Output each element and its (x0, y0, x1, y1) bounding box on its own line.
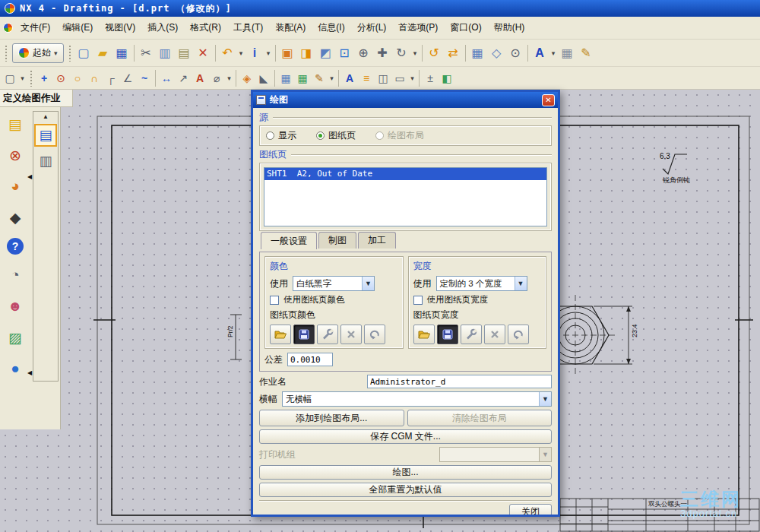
margins-icon[interactable]: ▭ (391, 70, 408, 87)
source-radio-option[interactable]: 显示 (266, 129, 296, 142)
banner-combo[interactable]: 无横幅 ▼ (282, 391, 552, 407)
color-delete-settings-button[interactable] (340, 325, 362, 344)
dropdown-arrow-icon[interactable]: ▾ (549, 44, 558, 62)
sheet-list-item[interactable]: SHT1 A2, Out of Date (264, 168, 546, 180)
open-folder-icon[interactable]: ▰ (93, 43, 112, 62)
display-mode-icon[interactable]: ◨ (297, 43, 316, 62)
history-icon[interactable]: ◔ (5, 264, 26, 286)
menu-item[interactable]: 格式(R) (184, 18, 227, 37)
rotate-view-icon[interactable]: ↻ (392, 43, 411, 62)
tolerance-icon[interactable]: ± (422, 70, 439, 87)
start-menu-button[interactable]: 起始▾ (12, 43, 64, 63)
toolbar-grip[interactable] (68, 45, 71, 62)
menu-item[interactable]: 分析(L) (351, 18, 393, 37)
width-edit-settings-button[interactable] (461, 325, 482, 344)
color-use-combo[interactable]: 白纸黑字 ▼ (293, 276, 375, 291)
add-to-plot-layout-button[interactable]: 添加到绘图布局... (259, 410, 404, 426)
reset-all-defaults-button[interactable]: 全部重置为默认值 (259, 483, 552, 497)
menu-item[interactable]: 信息(I) (312, 18, 350, 37)
assembly-navigator-icon[interactable]: ⊗ (5, 144, 26, 166)
edit-table-icon[interactable]: ✎ (311, 70, 328, 87)
spline-icon[interactable]: ~ (136, 70, 153, 87)
zoom-icon[interactable]: ⊕ (354, 43, 373, 62)
job-name-input[interactable] (367, 375, 552, 388)
close-icon[interactable]: ✕ (542, 94, 555, 106)
align-icon[interactable]: ≡ (358, 70, 375, 87)
menu-item[interactable]: 插入(S) (141, 18, 184, 37)
training-icon[interactable]: ◆ (5, 207, 26, 228)
parts-list-icon[interactable]: ▦ (294, 70, 311, 87)
show-hide-icon[interactable]: ◩ (316, 43, 335, 62)
new-file-icon[interactable]: ▢ (74, 43, 93, 62)
paste-icon[interactable]: ▤ (175, 43, 194, 62)
menu-item[interactable]: 工具(T) (227, 18, 269, 37)
info-cursor-icon[interactable]: i (245, 43, 264, 62)
source-radio-option[interactable]: 图纸页 (316, 129, 356, 142)
width-save-settings-button[interactable] (437, 325, 458, 344)
close-button[interactable]: 关闭 (509, 504, 552, 515)
point-icon[interactable]: ⊙ (52, 70, 69, 87)
scroll-up-button[interactable]: ▲ (43, 113, 49, 121)
tab-0[interactable]: 一般设置 (261, 232, 317, 249)
diameter-symbol-icon[interactable]: ⌀ (208, 70, 225, 87)
dropdown-arrow-icon[interactable]: ▾ (237, 44, 245, 62)
menu-item[interactable]: 窗口(O) (444, 18, 487, 37)
delete-icon[interactable]: ✕ (194, 43, 213, 62)
menu-item[interactable]: 编辑(E) (56, 18, 99, 37)
menu-item[interactable]: 帮助(H) (488, 18, 531, 37)
roles-icon[interactable]: ▤ (5, 113, 26, 135)
plot-dialog-titlebar[interactable]: 绘图 ✕ (253, 92, 558, 108)
arc-icon[interactable]: ∩ (86, 70, 103, 87)
dropdown-arrow-icon[interactable]: ▾ (408, 69, 416, 87)
refresh-icon[interactable]: ↺ (425, 43, 444, 62)
text-tool-icon[interactable]: A (530, 43, 549, 62)
chamfer-icon[interactable]: ∠ (119, 70, 136, 87)
palette-icon[interactable]: ▨ (5, 327, 26, 348)
leader-icon[interactable]: ↗ (175, 70, 192, 87)
color-reset-settings-button[interactable] (364, 325, 385, 344)
window-layout-icon[interactable]: ▣ (278, 43, 297, 62)
weld-symbol-icon[interactable]: ◣ (255, 70, 272, 87)
width-open-settings-button[interactable] (413, 325, 435, 344)
collapse-left-button-2[interactable]: ◀ (27, 369, 32, 376)
layer-icon[interactable]: ◧ (439, 70, 455, 87)
use-sheet-color-checkbox[interactable] (270, 296, 279, 305)
sketch-icon[interactable]: ✎ (577, 43, 596, 62)
save-icon[interactable]: ▦ (112, 43, 131, 62)
pan-icon[interactable]: ✚ (373, 43, 392, 62)
plot-button[interactable]: 绘图... (259, 465, 552, 480)
circle-icon[interactable]: ○ (69, 70, 86, 87)
sheet-new-icon[interactable]: ▢ (2, 70, 18, 87)
update-display-icon[interactable]: ⇄ (444, 43, 463, 62)
snap-grid-icon[interactable]: ▦ (468, 43, 487, 62)
sheet-list[interactable]: SHT1 A2, Out of Date (264, 167, 547, 226)
cut-icon[interactable]: ✂ (137, 43, 156, 62)
menu-item[interactable]: 装配(A) (269, 18, 312, 37)
frame-icon[interactable]: ◫ (375, 70, 391, 87)
width-use-combo[interactable]: 定制的 3 个宽度 ▼ (436, 276, 527, 291)
help-icon[interactable]: ? (7, 238, 24, 255)
menu-item[interactable]: 文件(F) (14, 18, 56, 37)
tolerance-input[interactable] (287, 353, 333, 366)
use-sheet-width-checkbox[interactable] (413, 296, 423, 305)
point-snap-icon[interactable]: ⊙ (506, 43, 525, 62)
dimension-icon[interactable]: ↔ (158, 70, 175, 87)
color-edit-settings-button[interactable] (317, 325, 338, 344)
radio-button-icon[interactable] (266, 131, 274, 140)
chevron-down-icon[interactable]: ▼ (539, 392, 551, 406)
part-navigator-icon[interactable]: ◕ (5, 176, 26, 197)
tab-1[interactable]: 制图 (318, 232, 356, 249)
profile-icon[interactable]: ┌ (103, 70, 119, 87)
plot-queue-icon[interactable]: ▥ (34, 150, 57, 173)
color-save-settings-button[interactable] (293, 325, 315, 344)
toolbar-grip[interactable] (5, 45, 8, 62)
menu-item[interactable]: 首选项(P) (392, 18, 444, 37)
tab-2[interactable]: 加工 (358, 232, 396, 249)
save-cgm-file-button[interactable]: 保存 CGM 文件... (259, 429, 552, 444)
copy-icon[interactable]: ▥ (156, 43, 175, 62)
zoom-window-icon[interactable]: ⊡ (335, 43, 354, 62)
dropdown-arrow-icon[interactable]: ▾ (264, 44, 273, 62)
datum-icon[interactable]: + (36, 70, 52, 87)
toolbar-grip[interactable] (30, 70, 33, 87)
chevron-down-icon[interactable]: ▼ (515, 277, 527, 290)
